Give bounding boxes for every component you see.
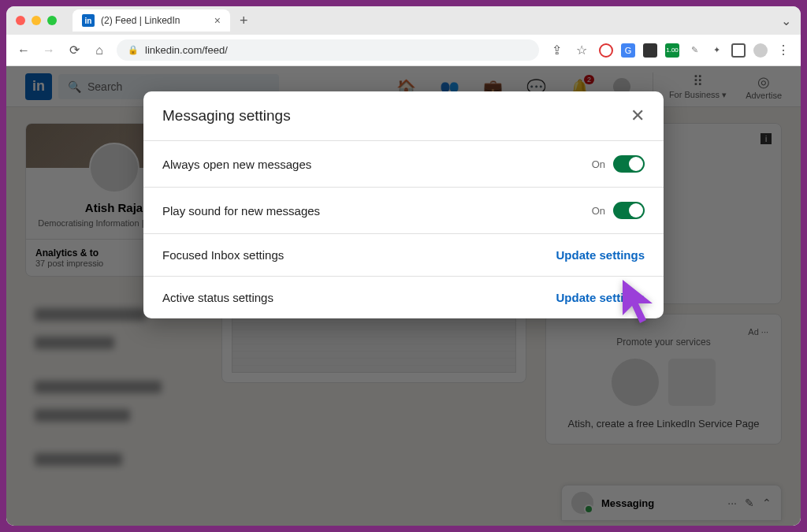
extension-icon[interactable]: 1.00: [665, 43, 679, 58]
update-settings-link[interactable]: Update settings: [556, 291, 645, 304]
maximize-window-button[interactable]: [47, 16, 57, 25]
update-settings-link[interactable]: Update settings: [556, 248, 645, 262]
close-window-button[interactable]: [16, 16, 25, 25]
bookmark-icon[interactable]: ☆: [574, 43, 589, 58]
modal-title: Messaging settings: [162, 107, 291, 125]
extensions: G 1.00 ✎ ✦ ⋮: [599, 43, 791, 58]
modal-overlay[interactable]: Messaging settings ✕ Always open new mes…: [6, 66, 801, 526]
url-text: linkedin.com/feed/: [145, 44, 228, 56]
toggle-switch[interactable]: [613, 202, 645, 219]
linkedin-favicon: in: [82, 14, 95, 27]
setting-label: Focused Inbox settings: [162, 248, 284, 262]
profile-avatar[interactable]: [753, 43, 768, 58]
extensions-puzzle-icon[interactable]: ✦: [709, 43, 723, 58]
browser-toolbar: ← → ⟳ ⌂ 🔒 linkedin.com/feed/ ⇪ ☆ G 1.00 …: [6, 35, 801, 66]
toggle-switch[interactable]: [613, 155, 645, 173]
forward-button[interactable]: →: [41, 43, 57, 58]
setting-row-active-status: Active status settings Update settings: [143, 277, 664, 318]
extension-icon[interactable]: [599, 43, 613, 58]
setting-label: Play sound for new messages: [162, 204, 320, 218]
reload-button[interactable]: ⟳: [66, 43, 82, 58]
tab-title: (2) Feed | LinkedIn: [101, 15, 180, 26]
address-bar[interactable]: 🔒 linkedin.com/feed/: [117, 39, 539, 61]
lock-icon: 🔒: [128, 45, 139, 55]
home-button[interactable]: ⌂: [91, 43, 107, 58]
messaging-settings-modal: Messaging settings ✕ Always open new mes…: [143, 91, 664, 318]
share-icon[interactable]: ⇪: [549, 43, 564, 58]
minimize-window-button[interactable]: [32, 16, 41, 25]
tabs-dropdown-icon[interactable]: ⌄: [781, 13, 791, 28]
window-controls: [16, 16, 57, 25]
setting-label: Active status settings: [162, 291, 273, 304]
close-modal-button[interactable]: ✕: [630, 106, 645, 126]
extension-icon[interactable]: ✎: [687, 43, 701, 58]
setting-row-open-messages: Always open new messages On: [143, 141, 664, 188]
extension-icon[interactable]: [643, 43, 657, 58]
back-button[interactable]: ←: [16, 43, 32, 58]
new-tab-button[interactable]: +: [240, 13, 248, 29]
setting-label: Always open new messages: [162, 158, 311, 171]
setting-row-play-sound: Play sound for new messages On: [143, 188, 664, 234]
setting-row-focused-inbox: Focused Inbox settings Update settings: [143, 234, 664, 277]
browser-titlebar: in (2) Feed | LinkedIn × + ⌄: [6, 6, 801, 35]
sidepanel-icon[interactable]: [731, 43, 746, 58]
menu-icon[interactable]: ⋮: [775, 43, 791, 58]
extension-icon[interactable]: G: [621, 43, 635, 58]
browser-tab[interactable]: in (2) Feed | LinkedIn ×: [73, 9, 230, 32]
close-tab-icon[interactable]: ×: [214, 14, 221, 27]
